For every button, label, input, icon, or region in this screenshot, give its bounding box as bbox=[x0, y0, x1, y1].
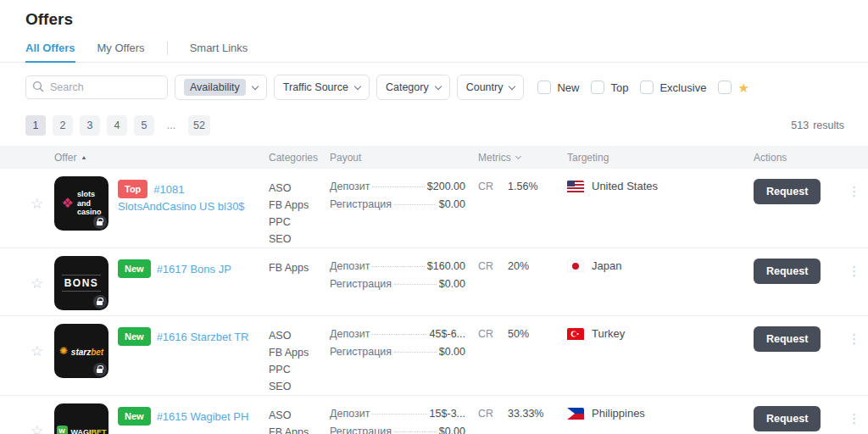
country-name: Philippines bbox=[592, 407, 645, 420]
kebab-menu-icon[interactable]: ⋮ bbox=[848, 264, 860, 277]
offer-payout: Депозит 45$-6... Регистрация $0.00 bbox=[330, 316, 478, 395]
w-badge-icon: W bbox=[57, 426, 68, 434]
tab-smart-links[interactable]: Smart Links bbox=[190, 34, 248, 63]
page-title: Offers bbox=[25, 10, 868, 29]
table-header: Offer ▲ Categories Payout Metrics Target… bbox=[0, 146, 868, 169]
chevron-down-icon bbox=[515, 153, 521, 159]
offer-metrics: CR 1.56% bbox=[478, 169, 567, 248]
availability-dropdown[interactable]: Availability bbox=[175, 75, 267, 100]
offer-logo-slotsandcasino[interactable]: ❖ slots and casino bbox=[54, 176, 108, 231]
chevron-down-icon bbox=[434, 82, 441, 89]
sort-asc-icon: ▲ bbox=[81, 154, 86, 160]
lock-icon bbox=[93, 215, 107, 229]
request-button[interactable]: Request bbox=[754, 179, 821, 204]
star-icon: ★ bbox=[737, 81, 748, 94]
top-badge: Top bbox=[118, 180, 147, 198]
offer-logo-starzbet[interactable]: ✺ starzbet bbox=[54, 324, 108, 378]
pagination: 1 2 3 4 5 ... 52 513 results bbox=[0, 115, 868, 136]
checkbox-icon[interactable] bbox=[640, 81, 654, 94]
favorite-star-icon[interactable]: ☆ bbox=[31, 343, 43, 359]
request-button[interactable]: Request bbox=[754, 326, 821, 352]
offer-link[interactable]: #1616 Starzbet TR bbox=[157, 331, 249, 343]
offer-categories: ASO FB Apps PPC Push Schemes SEO bbox=[269, 396, 330, 434]
request-button[interactable]: Request bbox=[754, 406, 821, 431]
country-dropdown[interactable]: Country bbox=[457, 75, 525, 100]
offer-payout: Депозит 15$-3... Регистрация $0.00 bbox=[330, 396, 478, 434]
page-button-1[interactable]: 1 bbox=[25, 115, 46, 136]
page-ellipsis: ... bbox=[161, 115, 181, 136]
header-offer[interactable]: Offer ▲ bbox=[54, 152, 269, 164]
new-badge: New bbox=[118, 407, 151, 426]
offers-page: Offers All Offers My Offers Smart Links … bbox=[0, 0, 868, 434]
sunburst-icon: ✺ bbox=[59, 346, 68, 356]
request-button[interactable]: Request bbox=[754, 259, 821, 284]
page-button-52[interactable]: 52 bbox=[188, 115, 210, 136]
offer-link[interactable]: #1615 Wagibet PH bbox=[157, 410, 249, 423]
new-badge: New bbox=[118, 327, 151, 346]
kebab-menu-icon[interactable]: ⋮ bbox=[848, 412, 860, 425]
page-button-5[interactable]: 5 bbox=[134, 115, 154, 136]
favorite-star-icon[interactable]: ☆ bbox=[31, 275, 43, 292]
checkbox-top[interactable]: Top bbox=[591, 81, 628, 94]
traffic-source-dropdown[interactable]: Traffic Source bbox=[274, 75, 370, 100]
kebab-menu-icon[interactable]: ⋮ bbox=[848, 185, 860, 198]
table-row: ☆ ✺ starzbet New#1616 Starzbet TR ASO FB… bbox=[0, 315, 868, 395]
offer-logo-bons[interactable]: BONS bbox=[54, 256, 108, 310]
header-targeting: Targeting bbox=[567, 152, 754, 164]
offer-categories: ASO FB Apps PPC SEO bbox=[269, 169, 330, 248]
chevron-down-icon bbox=[354, 82, 361, 89]
tab-my-offers[interactable]: My Offers bbox=[97, 34, 145, 63]
offer-link[interactable]: #1617 Bons JP bbox=[157, 263, 231, 275]
results-count: 513 results bbox=[791, 120, 844, 131]
header-categories: Categories bbox=[269, 152, 330, 164]
offer-metrics: CR 33.33% bbox=[478, 396, 567, 434]
offer-targeting: Japan bbox=[567, 248, 754, 315]
checkbox-icon[interactable] bbox=[591, 81, 604, 94]
offer-metrics: CR 20% bbox=[478, 248, 567, 315]
diamonds-icon: ❖ bbox=[62, 197, 74, 210]
table-row: ☆ ❖ slots and casino Top#1081 SlotsAndCa… bbox=[0, 169, 868, 248]
flag-ph-icon bbox=[567, 408, 584, 422]
offer-logo-wagibet[interactable]: W WAGIBET bbox=[54, 403, 108, 434]
tab-all-offers[interactable]: All Offers bbox=[25, 34, 75, 63]
header-payout: Payout bbox=[330, 152, 478, 164]
offer-payout: Депозит $160.00 Регистрация $0.00 bbox=[330, 248, 478, 315]
page-button-3[interactable]: 3 bbox=[80, 115, 100, 136]
header-actions: Actions bbox=[754, 152, 868, 164]
page-button-2[interactable]: 2 bbox=[53, 115, 73, 136]
checkbox-exclusive[interactable]: Exclusive bbox=[640, 81, 706, 94]
offer-categories: ASO FB Apps PPC SEO bbox=[269, 316, 330, 395]
flag-us-icon bbox=[567, 181, 584, 195]
chevron-down-icon bbox=[252, 82, 259, 89]
kebab-menu-icon[interactable]: ⋮ bbox=[848, 332, 860, 345]
flag-jp-icon bbox=[567, 260, 584, 275]
favorite-star-icon[interactable]: ☆ bbox=[31, 423, 43, 434]
table-row: ☆ W WAGIBET New#1615 Wagibet PH ASO FB A… bbox=[0, 395, 868, 434]
offer-metrics: CR 50% bbox=[478, 316, 567, 395]
checkbox-favorites[interactable]: ★ bbox=[718, 81, 748, 94]
search-icon bbox=[32, 81, 44, 96]
filter-bar: Availability Traffic Source Category Cou… bbox=[0, 75, 868, 100]
country-name: United States bbox=[592, 180, 658, 192]
tab-bar: All Offers My Offers Smart Links bbox=[0, 34, 868, 63]
checkbox-new[interactable]: New bbox=[537, 81, 579, 94]
lock-icon bbox=[93, 363, 107, 376]
country-name: Japan bbox=[592, 259, 621, 272]
offer-targeting: Turkey bbox=[567, 316, 754, 395]
header-metrics[interactable]: Metrics bbox=[478, 152, 567, 164]
new-badge: New bbox=[118, 259, 151, 278]
offer-targeting: United States bbox=[567, 169, 754, 248]
offer-categories: FB Apps bbox=[269, 248, 330, 315]
filter-checkboxes: New Top Exclusive ★ bbox=[537, 81, 748, 94]
checkbox-icon[interactable] bbox=[718, 81, 732, 94]
lock-icon bbox=[93, 295, 107, 309]
page-button-4[interactable]: 4 bbox=[107, 115, 127, 136]
flag-tr-icon bbox=[567, 328, 584, 342]
category-dropdown[interactable]: Category bbox=[376, 75, 450, 100]
search-input[interactable] bbox=[25, 75, 168, 99]
offers-table: Offer ▲ Categories Payout Metrics Target… bbox=[0, 146, 868, 434]
checkbox-icon[interactable] bbox=[537, 81, 551, 94]
search-box bbox=[25, 75, 168, 99]
country-name: Turkey bbox=[592, 327, 625, 340]
favorite-star-icon[interactable]: ☆ bbox=[31, 196, 43, 212]
